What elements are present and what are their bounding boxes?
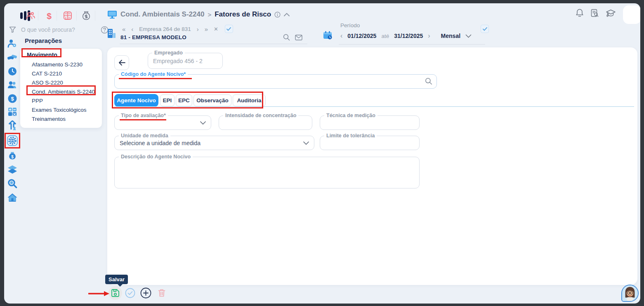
people-module-icon[interactable] <box>25 10 36 21</box>
sidebar-group-movimento[interactable]: Movimento <box>27 50 57 59</box>
rail-users-icon[interactable] <box>7 80 18 90</box>
company-first-button[interactable]: « <box>122 26 125 32</box>
period-checkbox[interactable] <box>481 25 489 33</box>
rail-layers-icon[interactable] <box>7 164 18 175</box>
employee-field[interactable]: Empregado Empregado 456 - 2 <box>148 53 223 69</box>
divider <box>76 11 77 21</box>
descricao-label: Descrição do Agente Nocivo <box>119 154 193 160</box>
graduation-cap-icon[interactable] <box>606 9 616 18</box>
user-avatar-placeholder[interactable] <box>623 5 640 24</box>
divider <box>95 11 95 21</box>
company-checkbox[interactable] <box>225 25 233 33</box>
finance-module-icon[interactable]: $ <box>44 10 54 21</box>
sidebar-item-afastamento[interactable]: Afastamento S-2230 <box>32 60 83 69</box>
rail-moneybag-icon[interactable]: $ <box>7 151 18 161</box>
limite-field[interactable]: Limite de tolerância <box>320 136 420 150</box>
period-mode-chevron-icon[interactable] <box>465 34 472 38</box>
sidebar-item-treinamentos[interactable]: Treinamentos <box>32 115 66 124</box>
period-prev-button[interactable]: ‹ <box>340 32 342 40</box>
rail-dollar-icon[interactable]: $ <box>7 93 18 104</box>
tipo-avaliacao-label: Tipo de avaliação* <box>119 113 168 118</box>
audit-log-icon[interactable] <box>590 9 599 18</box>
unidade-select[interactable]: Unidade de medida Selecione a unidade de… <box>114 136 314 150</box>
sidebar-item-aso[interactable]: ASO S-2220 <box>32 78 63 87</box>
agent-code-search-icon[interactable] <box>425 78 432 85</box>
delete-button[interactable] <box>157 288 167 298</box>
search-input[interactable] <box>20 26 97 33</box>
company-last-button[interactable]: » <box>205 26 208 32</box>
company-next-button[interactable]: › <box>197 26 199 32</box>
breadcrumb-separator: > <box>208 11 211 18</box>
tecnica-field[interactable]: Técnica de medição <box>320 115 420 130</box>
calculator-module-icon[interactable] <box>62 10 73 21</box>
rail-clock-icon[interactable] <box>7 66 18 77</box>
rail-esocial-globe-icon[interactable] <box>7 135 18 146</box>
save-button[interactable] <box>109 286 122 300</box>
sidebar-item-cat[interactable]: CAT S-2210 <box>32 69 62 78</box>
filter-icon[interactable] <box>9 26 16 33</box>
intensidade-field[interactable]: Intensidade de concentração <box>219 115 312 130</box>
limite-label: Limite de tolerância <box>324 133 377 139</box>
rail-user-config-icon[interactable] <box>7 38 18 49</box>
page-title: Fatores de Risco <box>215 10 271 19</box>
tipo-avaliacao-select[interactable]: Tipo de avaliação* <box>114 115 211 130</box>
app-window: $ Cond. Ambientais S-2240 > Fatores de <box>4 3 640 304</box>
company-close-button[interactable]: ✕ <box>214 26 218 32</box>
annotation-arrow-save <box>88 291 110 297</box>
building-icon <box>106 28 116 39</box>
employee-label: Empregado <box>152 50 185 56</box>
tab-auditoria[interactable]: Auditoria <box>233 94 266 106</box>
sidebar-menu: Movimento Afastamento S-2230 CAT S-2210 … <box>20 48 102 128</box>
sidebar-item-ppp[interactable]: PPP <box>32 97 43 106</box>
sidebar-item-exames[interactable]: Exames Toxicológicos <box>32 106 87 115</box>
monitor-icon <box>107 10 117 19</box>
breadcrumb-parent: Cond. Ambientais S-2240 <box>120 10 204 19</box>
period-date-to[interactable]: 31/12/2025 <box>394 33 423 39</box>
moneybag-module-icon[interactable] <box>81 10 92 21</box>
rail-search-icon[interactable] <box>7 178 18 189</box>
rail-handshake-icon[interactable] <box>7 52 18 63</box>
chevron-down-icon <box>303 141 309 145</box>
rail-promotion-icon[interactable] <box>7 120 18 131</box>
tecnica-label: Técnica de medição <box>324 113 377 118</box>
save-tooltip: Salvar <box>105 275 128 284</box>
add-button[interactable] <box>140 287 151 299</box>
collapse-chevron-icon[interactable] <box>284 13 290 16</box>
unidade-value: Selecione a unidade de medida <box>120 140 201 146</box>
agent-code-input[interactable] <box>119 76 422 87</box>
tab-observacao[interactable]: Observação <box>193 94 231 106</box>
company-search-icon[interactable] <box>283 34 290 41</box>
company-position-label: Empresa 264 de 831 <box>139 26 191 32</box>
rail-home-icon[interactable] <box>7 192 18 203</box>
divider <box>38 11 38 21</box>
back-button[interactable] <box>114 55 129 70</box>
tab-epc[interactable]: EPC <box>176 94 192 106</box>
intensidade-label: Intensidade de concentração <box>223 113 298 118</box>
notifications-bell-icon[interactable] <box>576 8 584 18</box>
tab-agente-nocivo[interactable]: Agente Nocivo <box>114 94 158 107</box>
company-prev-button[interactable]: ‹ <box>131 26 133 32</box>
descricao-textarea[interactable]: Descrição do Agente Nocivo <box>114 157 420 188</box>
employee-value: Empregado 456 - 2 <box>153 58 203 64</box>
svg-text:$: $ <box>11 96 14 102</box>
info-icon[interactable] <box>274 12 281 18</box>
period-next-button[interactable]: › <box>428 32 430 40</box>
divider <box>120 44 307 44</box>
divider <box>339 44 485 45</box>
tab-underline <box>114 106 634 107</box>
period-until-label: até <box>381 33 389 39</box>
global-search <box>9 25 104 35</box>
topbar-actions <box>576 8 616 18</box>
confirm-button[interactable] <box>125 288 135 298</box>
period-mode-select[interactable]: Mensal <box>441 33 460 39</box>
tab-epi[interactable]: EPI <box>160 94 175 106</box>
assistant-avatar[interactable] <box>621 285 639 302</box>
rail-calculator-icon[interactable] <box>7 106 18 117</box>
period-label: Período <box>340 22 360 28</box>
envelope-icon[interactable] <box>295 35 302 40</box>
sidebar-item-cond-ambientais[interactable]: Cond. Ambientais S-2240 <box>32 87 95 97</box>
breadcrumb: Cond. Ambientais S-2240 > Fatores de Ris… <box>107 9 290 20</box>
divider <box>57 11 57 21</box>
agent-code-field: Código do Agente Nocivo* <box>114 74 437 89</box>
period-date-from[interactable]: 01/12/2025 <box>347 33 376 39</box>
